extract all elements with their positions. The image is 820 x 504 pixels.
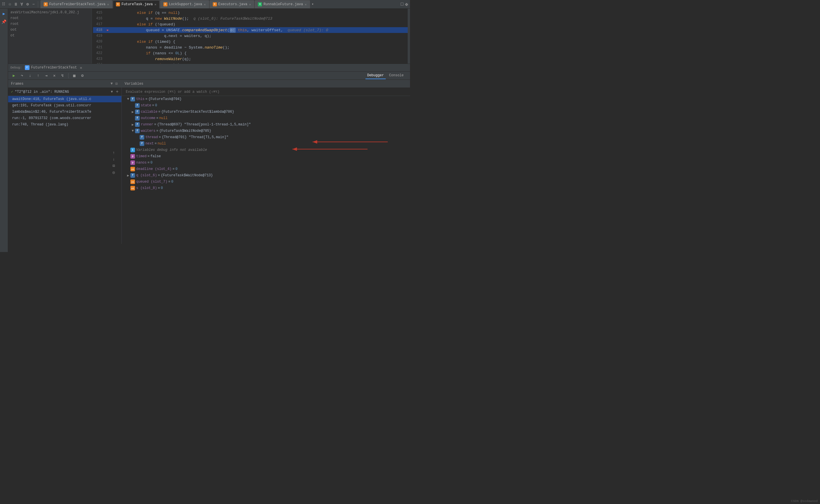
left-sidebar: ▶ 📌 — [0, 9, 8, 252]
memory-button[interactable]: ▦ — [71, 73, 78, 79]
tab-overflow[interactable]: ▾ — [312, 2, 314, 6]
add-frame-button[interactable]: + — [116, 89, 118, 95]
debug-body: Frames ▼ ⊡ ✓ "T2"@712 in …ain": RUNNING … — [8, 80, 410, 244]
frame-item-2[interactable]: lambda$main$2:40, FutureTreiberStackTe — [8, 109, 121, 115]
code-line-416: 416 q = new WaitNode(); q (slot_6): Futu… — [93, 16, 408, 21]
code-line-424: 424 return state; — [93, 62, 408, 64]
debug-close[interactable]: ✕ — [80, 65, 82, 70]
variables-list: ▼ f this = {FutureTask@704} f state — [122, 96, 410, 244]
expand-q[interactable]: ▶ — [126, 173, 130, 178]
code-line-423: 423 removeWaiter(q); — [93, 56, 408, 62]
variables-container: Variables Evaluate expression (⌘⌥) or ad… — [122, 80, 410, 244]
locate-btn[interactable]: ◎ — [112, 170, 116, 175]
restore-button[interactable]: ↯ — [59, 73, 66, 79]
tab-close-futuretreiber[interactable]: ✕ — [107, 3, 109, 6]
tab-futuretask[interactable]: C FutureTask.java ✕ — [113, 0, 160, 8]
debug-header: Debug: F FutureTreiberStackTest ✕ — [8, 64, 410, 72]
tab-runnablefuture[interactable]: I RunnableFuture.java ✕ — [255, 0, 310, 8]
var-state[interactable]: f state = 0 — [122, 102, 410, 109]
tab-close-executors[interactable]: ✕ — [249, 3, 251, 6]
tab-bar: ☷ ☉ ≣ ∀ ⚙ − C FutureTreiberStackTest.jav… — [0, 0, 410, 9]
debugger-tab[interactable]: Debugger — [365, 72, 386, 79]
frame-1-text: get:191, FutureTask (java.util.concurr — [12, 103, 91, 108]
var-runner[interactable]: ▶ f runner = {Thread@697} "Thread[pool-1… — [122, 121, 410, 128]
debug-resume-sidebar[interactable]: ▶ — [1, 10, 7, 17]
var-nanos[interactable]: p nanos = 0 — [122, 160, 410, 166]
var-waiters[interactable]: ▼ f waiters = {FutureTask$WaitNode@705} — [122, 128, 410, 134]
gutter-ot: ot — [8, 33, 92, 39]
gutter-root1: root — [8, 16, 92, 21]
frame-item-3[interactable]: run:-1, 897913732 (com.woods.concurrer — [8, 115, 121, 121]
frames-panel: Frames ▼ ⊡ ✓ "T2"@712 in …ain": RUNNING … — [8, 80, 122, 244]
var-queued[interactable]: o1 queued (slot_7) = 0 — [122, 179, 410, 185]
code-content: 415 else if (q == null) 416 q = new Wait… — [92, 9, 408, 64]
evaluate-button[interactable]: ✕ — [51, 73, 58, 79]
var-q[interactable]: ▶ f q (slot_6) = {FutureTask$WaitNode@71… — [122, 172, 410, 179]
tab-locksupport[interactable]: C LockSupport.java ✕ — [160, 0, 209, 8]
reader-mode-icon[interactable]: □ — [400, 1, 404, 8]
resume-button[interactable]: ▶ — [10, 73, 17, 79]
frame-3-text: run:-1, 897913732 (com.woods.concurrer — [12, 116, 91, 120]
step-over-button[interactable]: ↷ — [18, 73, 25, 79]
tab-icon-futuretreiber: C — [44, 2, 48, 6]
gutter-root2: root — [8, 21, 92, 27]
restore-frames-button[interactable]: ⊡ — [114, 81, 118, 86]
code-line-421: 421 nanos = deadline − System.nanoTime()… — [93, 45, 408, 50]
tab-futuretreiber[interactable]: C FutureTreiberStackTest.java ✕ — [40, 0, 112, 8]
variables-header: Variables — [122, 80, 410, 88]
expand-waiters[interactable]: ▼ — [130, 129, 135, 133]
frame-item-0[interactable]: awaitDone:418, FutureTask (java.util.c — [8, 96, 121, 102]
code-line-419: 419 q.next = waiters, q); — [93, 33, 408, 39]
thread-check: ✓ — [11, 90, 13, 94]
tab-icon-runnablefuture: I — [258, 2, 262, 6]
var-this[interactable]: ▼ f this = {FutureTask@704} — [122, 96, 410, 102]
code-line-415: 415 else if (q == null) — [93, 10, 408, 16]
expand-callable[interactable]: ▶ — [130, 110, 135, 114]
tab-close-locksupport[interactable]: ✕ — [204, 3, 206, 6]
var-s[interactable]: o1 s (slot_8) = 0 — [122, 185, 410, 191]
console-tab[interactable]: Console — [387, 72, 405, 79]
code-line-417: 417 else if (!queued) — [93, 21, 408, 27]
tab-close-runnablefuture[interactable]: ✕ — [305, 3, 307, 6]
editor-scrollbar[interactable] — [408, 9, 410, 64]
sort-icon[interactable]: ∀ — [20, 1, 24, 7]
file-gutter: avaVirtualMachines/jdk1.8.0_202.j root r… — [8, 9, 92, 64]
settings-debug-button[interactable]: ⚙ — [79, 73, 86, 79]
expand-this[interactable]: ▼ — [126, 97, 130, 101]
settings-icon[interactable]: ⚙ — [25, 1, 29, 7]
var-outcome[interactable]: f outcome = null — [122, 115, 410, 121]
step-out-button[interactable]: ↑ — [35, 73, 42, 79]
pin-sidebar[interactable]: 📌 — [1, 18, 7, 25]
var-thread[interactable]: f thread = {Thread@701} "Thread[T1,5,mai… — [122, 134, 410, 140]
project-icon[interactable]: ☷ — [1, 1, 6, 7]
globe-icon[interactable]: ☉ — [8, 1, 12, 7]
frame-item-4[interactable]: run:748, Thread (java.lang) — [8, 121, 121, 128]
run-to-cursor-button[interactable]: ⇥ — [43, 73, 50, 79]
filter-frames-button[interactable]: ▼ — [110, 81, 114, 86]
scroll-down-btn[interactable]: ↓ — [112, 157, 116, 162]
var-deadline[interactable]: o1 deadline (slot_4) = 0 — [122, 166, 410, 172]
frame-4-text: run:748, Thread (java.lang) — [12, 123, 68, 127]
frame-item-1[interactable]: get:191, FutureTask (java.util.concurr — [8, 102, 121, 109]
debug-label: Debug: — [10, 66, 22, 69]
tab-icon-executors: C — [213, 2, 217, 6]
debug-toolbar: ▶ ↷ ↓ ↑ ⇥ ✕ ↯ ▦ ⚙ Debugger Console — [8, 72, 410, 80]
tab-close-futuretask[interactable]: ✕ — [154, 3, 156, 6]
var-callable[interactable]: ▶ f callable = {FutureTreiberStackTest$l… — [122, 109, 410, 115]
var-timed[interactable]: p timed = false — [122, 153, 410, 160]
code-line-420: 420 else if (timed) { — [93, 39, 408, 45]
eval-bar[interactable]: Evaluate expression (⌘⌥) or add a watch … — [122, 88, 410, 96]
minimize-icon[interactable]: − — [32, 1, 36, 7]
pin-icon[interactable]: ✠ — [404, 1, 409, 8]
badge-this: f — [130, 97, 135, 101]
tab-executors[interactable]: C Executors.java ✕ — [210, 0, 254, 8]
code-line-418: 418 ❤ queued = UNSAFE.compareAndSwapObje… — [93, 27, 408, 33]
var-next[interactable]: f next = null — [122, 140, 410, 147]
menu-icon[interactable]: ≣ — [14, 1, 18, 7]
scroll-up-btn[interactable]: ↑ — [112, 150, 116, 155]
copy-btn[interactable]: ⊡ — [112, 163, 116, 168]
filter-icon[interactable]: ▼ — [111, 90, 113, 94]
step-into-button[interactable]: ↓ — [27, 73, 34, 79]
frames-controls: ▼ ⊡ — [110, 81, 118, 86]
expand-runner[interactable]: ▶ — [130, 123, 135, 127]
